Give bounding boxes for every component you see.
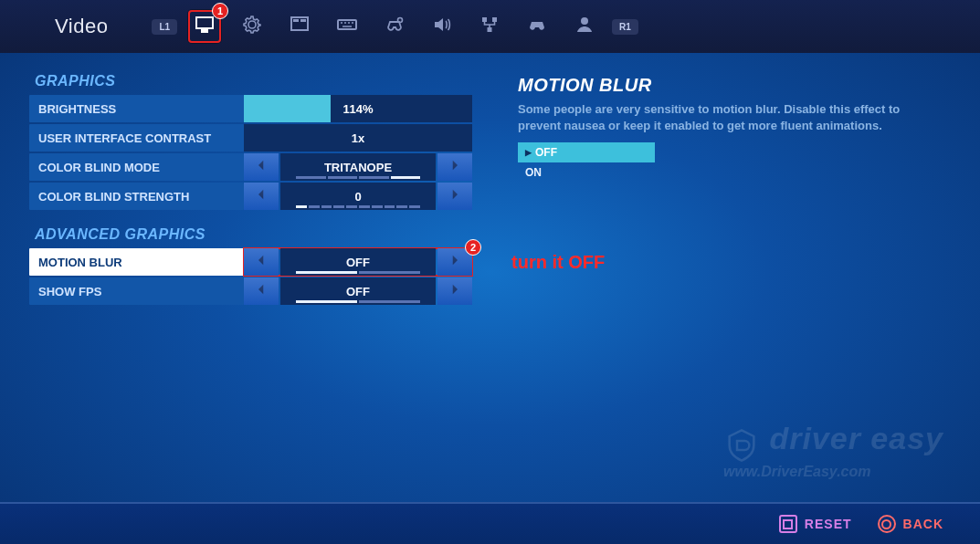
cb-strength-prev[interactable]	[244, 183, 279, 210]
tab-keyboard[interactable]	[331, 10, 364, 43]
info-option-off[interactable]: OFF	[518, 142, 655, 162]
row-show-fps[interactable]: SHOW FPS OFF	[29, 277, 472, 305]
svg-rect-6	[492, 17, 497, 22]
footer-reset-button[interactable]: RESET	[779, 515, 852, 533]
watermark: driver easy www.DriverEasy.com	[723, 421, 943, 480]
footer-bar: RESET BACK	[0, 502, 980, 544]
watermark-line1: driver easy	[769, 421, 943, 455]
gamepad-icon	[526, 14, 548, 39]
label-cb-strength: COLOR BLIND STRENGTH	[29, 183, 244, 210]
motion-blur-prev[interactable]	[244, 248, 279, 276]
control-brightness[interactable]: 114%	[244, 95, 472, 122]
tab-hud[interactable]	[283, 10, 316, 43]
cb-mode-next[interactable]	[437, 153, 472, 181]
control-ui-contrast[interactable]: 1x	[244, 124, 472, 152]
info-title: MOTION BLUR	[518, 75, 954, 96]
control-motion-blur[interactable]: OFF 2	[244, 248, 472, 276]
tab-controller-config[interactable]	[378, 10, 411, 43]
section-advanced-title: ADVANCED GRAPHICS	[29, 223, 472, 248]
keyboard-icon	[336, 14, 358, 39]
tab-account[interactable]	[568, 10, 601, 43]
tab-controller[interactable]	[521, 10, 553, 43]
show-fps-next[interactable]	[437, 277, 472, 305]
row-brightness[interactable]: BRIGHTNESS 114%	[29, 95, 472, 122]
info-description: Some people are very sensitive to motion…	[518, 101, 920, 133]
tab-game-settings[interactable]	[236, 10, 269, 43]
motion-blur-value: OFF	[280, 248, 436, 276]
footer-back-label: BACK	[903, 517, 943, 531]
footer-back-button[interactable]: BACK	[878, 515, 943, 533]
svg-rect-3	[338, 20, 356, 29]
info-option-list: OFF ON	[518, 142, 655, 183]
shoulder-right-badge: R1	[612, 19, 638, 35]
section-graphics-title: GRAPHICS	[29, 69, 472, 95]
annotation-text: turn it OFF	[511, 252, 605, 273]
label-show-fps: SHOW FPS	[29, 277, 244, 305]
speaker-icon	[431, 14, 453, 39]
label-brightness: BRIGHTNESS	[29, 95, 244, 122]
brightness-value: 114%	[244, 95, 472, 122]
network-icon	[479, 14, 501, 39]
row-ui-contrast[interactable]: USER INTERFACE CONTRAST 1x	[29, 124, 472, 152]
tab-video[interactable]: 1	[188, 10, 221, 43]
show-fps-value: OFF	[280, 277, 436, 305]
ui-contrast-value: 1x	[244, 124, 472, 152]
chevron-left-icon	[253, 186, 269, 207]
svg-rect-2	[300, 19, 306, 22]
ps-circle-icon	[878, 515, 896, 533]
control-cb-mode[interactable]: TRITANOPE	[244, 153, 472, 181]
chevron-right-icon	[447, 157, 463, 178]
watermark-line2: www.DriverEasy.com	[723, 464, 871, 479]
watermark-logo-icon	[723, 436, 769, 452]
chevron-left-icon	[253, 157, 269, 178]
row-color-blind-mode[interactable]: COLOR BLIND MODE TRITANOPE	[29, 153, 472, 181]
info-option-on[interactable]: ON	[518, 162, 655, 183]
annotation-badge-1: 1	[212, 3, 228, 19]
svg-rect-5	[482, 17, 487, 22]
page-title: Video	[55, 15, 108, 38]
controller-gear-icon	[384, 14, 406, 39]
chevron-right-icon	[447, 252, 463, 273]
chevron-right-icon	[447, 186, 463, 207]
tab-network[interactable]	[473, 10, 506, 43]
svg-rect-7	[488, 27, 492, 32]
hud-layout-icon	[289, 14, 311, 39]
svg-point-4	[398, 18, 403, 23]
cb-mode-prev[interactable]	[244, 153, 279, 181]
label-ui-contrast: USER INTERFACE CONTRAST	[29, 124, 244, 152]
brightness-slider[interactable]: 114%	[244, 95, 472, 122]
shoulder-left-badge: L1	[152, 19, 177, 35]
cb-strength-next[interactable]	[437, 183, 472, 210]
row-motion-blur[interactable]: MOTION BLUR OFF 2	[29, 248, 472, 276]
tab-audio[interactable]	[426, 10, 458, 43]
person-icon	[574, 14, 595, 39]
settings-left-column: GRAPHICS BRIGHTNESS 114% USER INTERFACE …	[29, 69, 472, 307]
show-fps-prev[interactable]	[244, 277, 279, 305]
label-cb-mode: COLOR BLIND MODE	[29, 153, 244, 181]
ps-square-icon	[779, 515, 797, 533]
svg-point-8	[581, 17, 588, 25]
cb-strength-value: 0	[280, 183, 436, 210]
gear-icon	[241, 14, 263, 39]
annotation-badge-2: 2	[465, 239, 481, 256]
control-show-fps[interactable]: OFF	[244, 277, 472, 305]
row-color-blind-strength[interactable]: COLOR BLIND STRENGTH 0	[29, 183, 472, 210]
control-cb-strength[interactable]: 0	[244, 183, 472, 210]
svg-rect-1	[293, 19, 299, 22]
footer-reset-label: RESET	[805, 517, 852, 531]
cb-mode-value: TRITANOPE	[280, 153, 436, 181]
monitor-icon	[194, 14, 216, 39]
label-motion-blur: MOTION BLUR	[29, 248, 244, 276]
chevron-right-icon	[447, 281, 463, 302]
main-content: GRAPHICS BRIGHTNESS 114% USER INTERFACE …	[0, 53, 980, 307]
chevron-left-icon	[253, 281, 269, 302]
top-bar: Video L1 1	[0, 0, 980, 53]
chevron-left-icon	[253, 252, 269, 273]
